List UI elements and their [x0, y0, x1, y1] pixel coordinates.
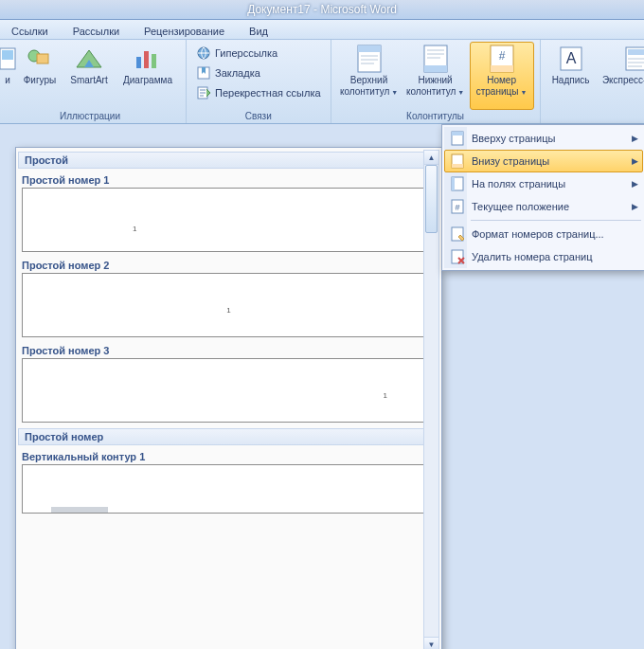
page-number-button[interactable]: # Номер страницы▼: [470, 42, 534, 110]
gallery-scrollbar[interactable]: ▲ ▼: [423, 150, 439, 649]
picture-button-cut[interactable]: и: [0, 42, 15, 110]
textbox-button[interactable]: A Надпись: [546, 42, 596, 110]
document-area: Вверху страницы ▶ Внизу страницы ▶ На по…: [0, 124, 644, 649]
chevron-right-icon: ▶: [632, 202, 638, 211]
menu-current-position[interactable]: # Текущее положение ▶: [444, 195, 643, 218]
svg-rect-24: [452, 164, 463, 168]
gallery-item-2-label: Простой номер 2: [18, 256, 439, 273]
tab-review[interactable]: Рецензирование: [138, 24, 230, 39]
gallery-item-1-label: Простой номер 1: [18, 171, 439, 188]
shapes-button[interactable]: Фигуры: [17, 42, 63, 110]
page-number-menu: Вверху страницы ▶ Внизу страницы ▶ На по…: [441, 124, 644, 271]
remove-icon: [449, 248, 466, 265]
page-top-icon: [449, 130, 466, 147]
svg-rect-15: [491, 65, 513, 72]
group-links-label: Связи: [192, 110, 325, 123]
gallery-category-simple: Простой: [18, 152, 439, 169]
tab-view[interactable]: Вид: [243, 24, 274, 39]
gallery-item-3-label: Простой номер 3: [18, 341, 439, 358]
tab-mailings[interactable]: Рассылки: [67, 24, 125, 39]
gallery-item-1[interactable]: 1: [22, 188, 436, 252]
group-hf-label: Колонтитулы: [337, 110, 534, 123]
svg-rect-20: [628, 49, 644, 55]
svg-text:A: A: [565, 50, 576, 66]
textbox-icon: A: [557, 45, 585, 73]
footer-button[interactable]: Нижний колонтитул▼: [403, 42, 468, 110]
menu-bottom-of-page[interactable]: Внизу страницы ▶: [444, 150, 643, 172]
chevron-down-icon: ▼: [391, 89, 398, 96]
smartart-icon: [75, 45, 103, 73]
menu-page-margins[interactable]: На полях страницы ▶: [444, 172, 643, 195]
menu-top-of-page[interactable]: Вверху страницы ▶: [444, 127, 643, 150]
menu-remove-page-numbers[interactable]: Удалить номера страниц: [444, 245, 643, 268]
svg-rect-6: [152, 54, 156, 68]
header-icon: [355, 45, 384, 73]
svg-text:#: #: [498, 49, 505, 63]
page-number-gallery: Простой Простой номер 1 1 Простой номер …: [15, 147, 442, 649]
svg-rect-13: [424, 65, 447, 72]
gallery-item-2[interactable]: 1: [22, 273, 436, 337]
tab-links[interactable]: Ссылки: [6, 24, 54, 39]
svg-rect-5: [144, 51, 149, 68]
svg-text:#: #: [455, 203, 459, 212]
menu-format-page-numbers[interactable]: Формат номеров страниц...: [444, 223, 643, 245]
ribbon: и Фигуры SmartArt: [0, 40, 644, 124]
quickparts-icon: [623, 45, 644, 73]
gallery-category-simple-num: Простой номер: [18, 428, 439, 445]
crossref-icon: [196, 85, 211, 100]
scroll-up-button[interactable]: ▲: [424, 151, 438, 165]
crossref-button[interactable]: Перекрестная ссылка: [192, 83, 325, 102]
svg-rect-1: [2, 50, 13, 60]
page-current-icon: #: [449, 198, 466, 215]
ribbon-tabs: Ссылки Рассылки Рецензирование Вид: [0, 20, 644, 40]
svg-rect-22: [452, 132, 463, 135]
window-title: Документ17 - Microsoft Word: [247, 3, 397, 16]
group-illustrations-label: Иллюстрации: [0, 110, 180, 123]
chevron-down-icon: ▼: [457, 89, 464, 96]
chevron-right-icon: ▶: [632, 156, 638, 166]
chevron-right-icon: ▶: [632, 134, 638, 143]
bookmark-icon: [196, 65, 211, 81]
hyperlink-button[interactable]: Гиперссылка: [192, 44, 325, 63]
gallery-item-vk1-label: Вертикальный контур 1: [18, 447, 439, 464]
chevron-down-icon: ▼: [520, 89, 527, 96]
gallery-item-vk1[interactable]: [22, 464, 436, 514]
svg-rect-11: [358, 45, 381, 52]
page-bottom-icon: [449, 153, 466, 170]
page-number-icon: #: [488, 45, 516, 73]
bookmark-button[interactable]: Закладка: [192, 63, 325, 82]
quickparts-button[interactable]: Экспресс-блоки: [598, 42, 644, 110]
scroll-down-button[interactable]: ▼: [424, 637, 438, 649]
chevron-right-icon: ▶: [632, 179, 638, 189]
svg-rect-4: [136, 57, 141, 68]
footer-icon: [421, 45, 450, 73]
page-margins-icon: [449, 175, 466, 192]
shapes-icon: [26, 45, 54, 73]
chart-icon: [134, 45, 162, 73]
header-button[interactable]: Верхний колонтитул▼: [337, 42, 402, 110]
title-bar: Документ17 - Microsoft Word: [0, 0, 644, 20]
svg-rect-3: [37, 54, 48, 63]
hyperlink-icon: [196, 45, 211, 61]
svg-rect-26: [452, 177, 455, 190]
format-icon: [449, 225, 466, 243]
chart-button[interactable]: Диаграмма: [116, 42, 180, 110]
gallery-item-3[interactable]: 1: [22, 358, 436, 423]
scroll-thumb[interactable]: [425, 165, 438, 233]
smartart-button[interactable]: SmartArt: [64, 42, 114, 110]
